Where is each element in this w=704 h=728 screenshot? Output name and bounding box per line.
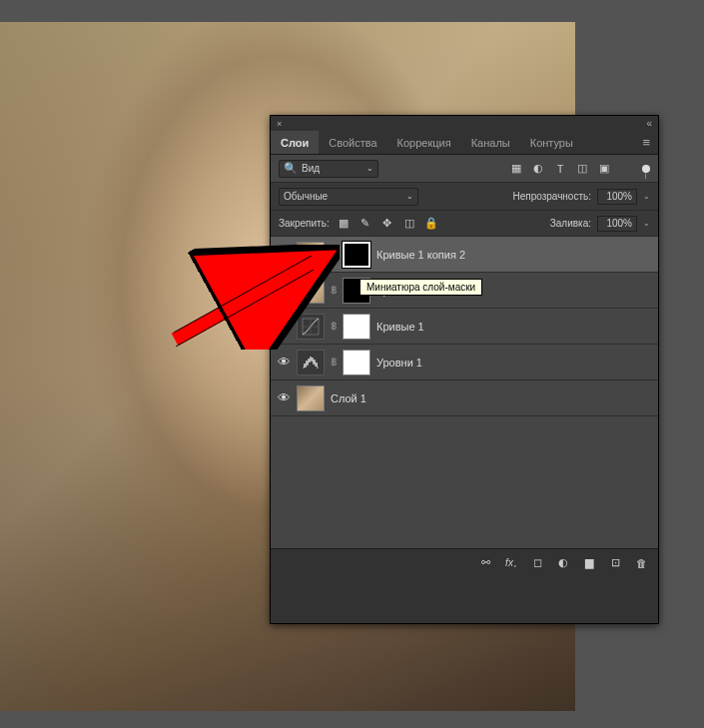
- filter-kind-select[interactable]: 🔍 Вид ⌄: [279, 160, 378, 178]
- add-adjustment-icon[interactable]: ◐: [556, 555, 570, 571]
- chevron-down-icon: ⌄: [366, 164, 373, 173]
- link-layers-icon[interactable]: ⚯: [478, 555, 492, 571]
- chevron-down-icon[interactable]: ⌄: [643, 219, 650, 228]
- filter-kind-label: Вид: [302, 163, 320, 174]
- tooltip: Миниатюра слой-маски: [359, 279, 482, 296]
- layer-name[interactable]: Слой 1: [331, 392, 366, 404]
- link-icon: 𝟠: [331, 285, 337, 296]
- filter-text-icon[interactable]: T: [552, 161, 568, 177]
- mask-thumbnail[interactable]: [343, 314, 370, 340]
- tab-layers[interactable]: Слои: [271, 131, 319, 154]
- opacity-input[interactable]: 100%: [597, 189, 637, 205]
- blend-row: Обычные ⌄ Непрозрачность: 100% ⌄: [271, 183, 658, 211]
- visibility-icon[interactable]: 👁: [277, 356, 291, 369]
- new-group-icon[interactable]: ▆: [582, 555, 596, 571]
- layer-row[interactable]: 👁 𝟠 Кривые 1: [271, 309, 658, 345]
- layer-name[interactable]: Уровни 1: [376, 357, 422, 368]
- fill-label: Заливка:: [550, 218, 591, 229]
- lock-artboard-icon[interactable]: ◫: [401, 216, 417, 232]
- visibility-icon[interactable]: 👁: [277, 320, 291, 334]
- link-icon: 𝟠: [331, 321, 337, 332]
- layer-thumbnail[interactable]: [297, 242, 325, 268]
- visibility-icon[interactable]: 👁: [277, 284, 291, 298]
- link-icon: 𝟠: [331, 357, 337, 367]
- filter-toggle[interactable]: [642, 165, 650, 173]
- blend-mode-value: Обычные: [284, 191, 328, 202]
- add-mask-icon[interactable]: ◻: [530, 555, 544, 571]
- lock-position-icon[interactable]: ✥: [379, 216, 395, 232]
- layer-name[interactable]: Кривые 1: [376, 321, 424, 333]
- layers-footer: ⚯ fxˬ ◻ ◐ ▆ ⊡ 🗑: [271, 548, 658, 576]
- blend-mode-select[interactable]: Обычные ⌄: [279, 188, 418, 206]
- filter-image-icon[interactable]: ▦: [508, 161, 524, 177]
- filter-row: 🔍 Вид ⌄ ▦ ◐ T ◫ ▣: [271, 155, 658, 183]
- panel-menu-icon[interactable]: ≡: [634, 131, 658, 154]
- layer-name[interactable]: Кривые 1 копия 2: [376, 249, 465, 261]
- delete-icon[interactable]: 🗑: [634, 555, 648, 571]
- tab-channels[interactable]: Каналы: [461, 131, 520, 154]
- lock-row: Закрепить: ▩ ✎ ✥ ◫ 🔒 Заливка: 100% ⌄: [271, 211, 658, 237]
- layers-panel: × « Слои Свойства Коррекция Каналы Конту…: [270, 115, 659, 624]
- new-layer-icon[interactable]: ⊡: [608, 555, 622, 571]
- fill-input[interactable]: 100%: [597, 216, 637, 232]
- panel-tabs: Слои Свойства Коррекция Каналы Контуры ≡: [271, 131, 658, 155]
- layer-row[interactable]: 👁 𝟠 Кривые 1 копия 2: [271, 237, 658, 273]
- adjustment-thumbnail[interactable]: [297, 314, 325, 340]
- tab-properties[interactable]: Свойства: [319, 131, 386, 154]
- filter-shape-icon[interactable]: ◫: [574, 161, 590, 177]
- curves-icon: [302, 318, 320, 336]
- filter-adjust-icon[interactable]: ◐: [530, 161, 546, 177]
- tab-paths[interactable]: Контуры: [520, 131, 583, 154]
- collapse-icon[interactable]: «: [646, 118, 652, 129]
- fx-icon[interactable]: fxˬ: [504, 555, 518, 571]
- layer-thumbnail[interactable]: [297, 278, 325, 304]
- lock-all-icon[interactable]: 🔒: [423, 216, 439, 232]
- visibility-icon[interactable]: 👁: [277, 248, 291, 262]
- mask-thumbnail[interactable]: [343, 350, 370, 375]
- tab-corrections[interactable]: Коррекция: [387, 131, 461, 154]
- adjustment-thumbnail[interactable]: [297, 350, 325, 375]
- lock-pixels-icon[interactable]: ▩: [336, 216, 352, 232]
- link-icon: 𝟠: [331, 249, 337, 260]
- chevron-down-icon[interactable]: ⌄: [643, 192, 650, 201]
- layer-row[interactable]: 👁 𝟠 Уровни 1: [271, 345, 658, 380]
- layer-row[interactable]: 👁 Слой 1: [271, 380, 658, 416]
- lock-brush-icon[interactable]: ✎: [357, 216, 373, 232]
- filter-smart-icon[interactable]: ▣: [596, 161, 612, 177]
- close-icon[interactable]: ×: [277, 119, 282, 129]
- opacity-label: Непрозрачность:: [512, 191, 591, 202]
- chevron-down-icon: ⌄: [406, 192, 413, 201]
- visibility-icon[interactable]: 👁: [277, 391, 291, 405]
- panel-header: × «: [271, 116, 658, 131]
- layer-thumbnail[interactable]: [297, 385, 325, 411]
- lock-label: Закрепить:: [279, 218, 330, 229]
- mask-thumbnail[interactable]: [343, 242, 370, 268]
- levels-icon: [302, 354, 320, 371]
- search-icon: 🔍: [284, 162, 298, 175]
